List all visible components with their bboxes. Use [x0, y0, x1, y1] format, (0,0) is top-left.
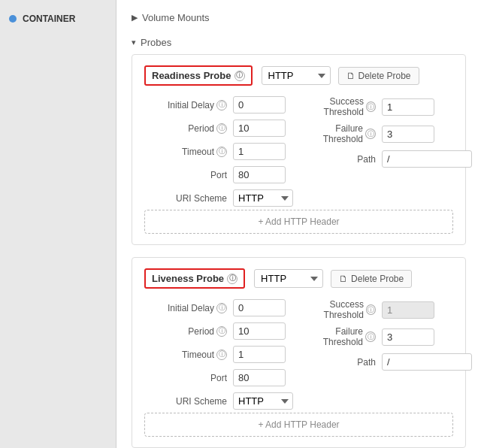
volume-mounts-section[interactable]: ▶ Volume Mounts [132, 8, 466, 28]
liveness-timeout-row: Timeout ⓘ [144, 346, 293, 363]
volume-mounts-label: Volume Mounts [142, 12, 210, 23]
readiness-probe-block: Readiness Probe ⓘ HTTP TCP Command 🗋 Del… [132, 54, 466, 245]
delete-icon: 🗋 [346, 71, 355, 81]
liveness-probe-type-select[interactable]: HTTP TCP Command [254, 269, 323, 288]
readiness-probe-type-select[interactable]: HTTP TCP Command [262, 66, 331, 85]
liveness-path-label: Path [293, 357, 376, 368]
probes-arrow: ▾ [132, 38, 136, 47]
probes-label: Probes [141, 37, 171, 48]
liveness-timeout-label: Timeout ⓘ [144, 350, 227, 360]
liveness-port-row: Port [144, 369, 293, 386]
liveness-probe-block: Liveness Probe ⓘ HTTP TCP Command 🗋 Dele… [132, 257, 466, 448]
liveness-success-threshold-info-icon[interactable]: ⓘ [366, 304, 376, 315]
probes-header[interactable]: ▾ Probes [132, 31, 466, 54]
liveness-failure-threshold-info-icon[interactable]: ⓘ [365, 331, 376, 342]
readiness-timeout-input[interactable] [233, 143, 286, 160]
readiness-probe-info-icon[interactable]: ⓘ [234, 71, 245, 81]
liveness-timeout-info-icon[interactable]: ⓘ [216, 350, 227, 360]
readiness-timeout-row: Timeout ⓘ [144, 143, 293, 160]
readiness-uri-scheme-label: URI Scheme [144, 193, 227, 204]
liveness-success-threshold-label: Success Threshold ⓘ [293, 299, 376, 320]
readiness-period-label: Period ⓘ [144, 123, 227, 134]
liveness-failure-threshold-input[interactable] [382, 328, 434, 346]
liveness-probe-right: Success Threshold ⓘ Failure Threshold ⓘ [293, 299, 472, 410]
volume-mounts-arrow: ▶ [132, 13, 138, 23]
readiness-port-row: Port [144, 166, 293, 183]
liveness-probe-left: Initial Delay ⓘ Period ⓘ [144, 299, 293, 410]
readiness-delete-probe-button[interactable]: 🗋 Delete Probe [338, 67, 419, 85]
liveness-period-input[interactable] [233, 322, 286, 340]
readiness-initial-delay-row: Initial Delay ⓘ [144, 96, 293, 114]
liveness-probe-header: Liveness Probe ⓘ HTTP TCP Command 🗋 Dele… [144, 268, 453, 289]
liveness-uri-scheme-row: URI Scheme HTTP HTTPS [144, 392, 293, 410]
liveness-initial-delay-row: Initial Delay ⓘ [144, 299, 293, 316]
readiness-success-threshold-info-icon[interactable]: ⓘ [366, 101, 376, 112]
readiness-path-label: Path [293, 154, 376, 165]
readiness-probe-fields: Initial Delay ⓘ Period ⓘ [144, 96, 453, 207]
liveness-port-input[interactable] [233, 369, 286, 386]
readiness-initial-delay-info-icon[interactable]: ⓘ [216, 100, 227, 110]
liveness-initial-delay-input[interactable] [233, 299, 286, 316]
readiness-failure-threshold-info-icon[interactable]: ⓘ [365, 129, 376, 139]
probes-section: ▾ Probes Readiness Probe ⓘ HTTP TCP Comm… [132, 31, 466, 448]
readiness-uri-scheme-select[interactable]: HTTP HTTPS [233, 189, 293, 207]
liveness-probe-fields: Initial Delay ⓘ Period ⓘ [144, 299, 453, 410]
liveness-uri-scheme-label: URI Scheme [144, 396, 227, 407]
liveness-initial-delay-label: Initial Delay ⓘ [144, 303, 227, 313]
readiness-failure-threshold-input[interactable] [382, 126, 434, 143]
sidebar-item-label: CONTAINER [23, 14, 75, 24]
readiness-uri-scheme-row: URI Scheme HTTP HTTPS [144, 189, 293, 207]
liveness-period-row: Period ⓘ [144, 322, 293, 340]
readiness-success-threshold-label: Success Threshold ⓘ [293, 96, 376, 117]
liveness-delete-probe-button[interactable]: 🗋 Delete Probe [331, 270, 412, 288]
liveness-probe-label: Liveness Probe [152, 273, 224, 284]
liveness-failure-threshold-row: Failure Threshold ⓘ [293, 326, 472, 347]
liveness-failure-threshold-label: Failure Threshold ⓘ [293, 326, 376, 347]
readiness-timeout-info-icon[interactable]: ⓘ [216, 147, 227, 157]
sidebar-item-container[interactable]: CONTAINER [0, 8, 116, 30]
readiness-probe-left: Initial Delay ⓘ Period ⓘ [144, 96, 293, 207]
readiness-timeout-label: Timeout ⓘ [144, 147, 227, 157]
readiness-period-info-icon[interactable]: ⓘ [216, 123, 227, 134]
readiness-success-threshold-input[interactable] [382, 98, 434, 116]
liveness-timeout-input[interactable] [233, 346, 286, 363]
liveness-period-info-icon[interactable]: ⓘ [216, 326, 227, 337]
sidebar: CONTAINER [0, 0, 116, 448]
container-dot [9, 15, 17, 23]
liveness-success-threshold-row: Success Threshold ⓘ [293, 299, 472, 320]
readiness-path-input[interactable] [382, 150, 472, 168]
liveness-port-label: Port [144, 373, 227, 383]
liveness-add-header-button[interactable]: + Add HTTP Header [144, 413, 453, 437]
readiness-success-threshold-row: Success Threshold ⓘ [293, 96, 472, 117]
liveness-uri-scheme-select[interactable]: HTTP HTTPS [233, 392, 293, 410]
liveness-period-label: Period ⓘ [144, 326, 227, 337]
liveness-delete-icon: 🗋 [339, 274, 348, 284]
liveness-probe-info-icon[interactable]: ⓘ [227, 274, 237, 284]
liveness-probe-label-box: Liveness Probe ⓘ [144, 268, 245, 289]
readiness-probe-header: Readiness Probe ⓘ HTTP TCP Command 🗋 Del… [144, 65, 453, 86]
readiness-failure-threshold-label: Failure Threshold ⓘ [293, 123, 376, 144]
readiness-probe-label-box: Readiness Probe ⓘ [144, 65, 253, 86]
readiness-probe-right: Success Threshold ⓘ Failure Threshold ⓘ [293, 96, 472, 207]
readiness-port-label: Port [144, 170, 227, 180]
liveness-path-row: Path [293, 353, 472, 371]
main-content: ▶ Volume Mounts ▾ Probes Readiness Probe… [116, 0, 481, 448]
liveness-path-input[interactable] [382, 353, 472, 371]
readiness-period-input[interactable] [233, 120, 286, 137]
liveness-initial-delay-info-icon[interactable]: ⓘ [216, 303, 227, 313]
liveness-success-threshold-input[interactable] [382, 301, 434, 319]
readiness-initial-delay-label: Initial Delay ⓘ [144, 100, 227, 110]
readiness-add-header-button[interactable]: + Add HTTP Header [144, 210, 453, 234]
readiness-initial-delay-input[interactable] [233, 96, 286, 114]
readiness-path-row: Path [293, 150, 472, 168]
readiness-probe-label: Readiness Probe [152, 70, 231, 81]
readiness-failure-threshold-row: Failure Threshold ⓘ [293, 123, 472, 144]
readiness-port-input[interactable] [233, 166, 286, 183]
readiness-period-row: Period ⓘ [144, 120, 293, 137]
